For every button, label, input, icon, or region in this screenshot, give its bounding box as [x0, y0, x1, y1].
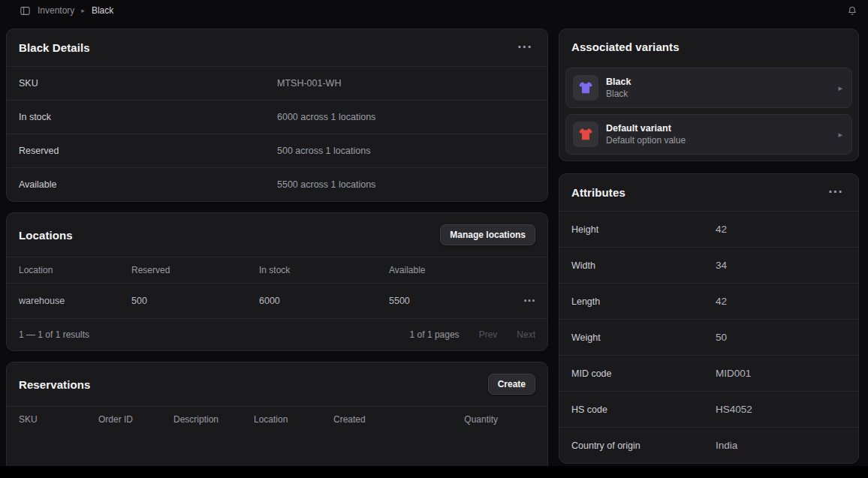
- detail-row-available: Available 5500 across 1 locations: [7, 167, 547, 201]
- variant-thumbnail: [573, 122, 598, 147]
- attribute-value: 42: [716, 296, 846, 307]
- detail-label: Available: [19, 179, 277, 190]
- attribute-value: 42: [716, 224, 846, 235]
- cell-location: warehouse: [19, 296, 131, 306]
- attribute-label: Weight: [571, 332, 716, 343]
- variants-card-header: Associated variants: [559, 29, 858, 65]
- reservations-card: Reservations Create SKU Order ID Descrip…: [6, 362, 548, 474]
- page-indicator: 1 of 1 pages: [410, 329, 460, 340]
- attribute-label: MID code: [571, 368, 716, 379]
- attribute-row-height: Height 42: [559, 211, 858, 247]
- pagination: 1 of 1 pages Prev Next: [410, 329, 535, 340]
- variant-item-default[interactable]: Default variant Default option value ▸: [565, 114, 852, 155]
- attribute-value: 34: [716, 260, 846, 271]
- column-header-location: Location: [254, 414, 333, 425]
- variant-subtitle: Black: [606, 89, 830, 99]
- attribute-label: Height: [571, 224, 716, 235]
- attribute-value: MID001: [716, 368, 846, 379]
- variant-name: Default variant: [606, 123, 830, 134]
- detail-value: 500 across 1 locations: [277, 146, 535, 156]
- column-header-reserved: Reserved: [131, 265, 259, 275]
- locations-title: Locations: [19, 229, 73, 242]
- attribute-row-weight: Weight 50: [559, 319, 858, 355]
- variant-name: Black: [606, 77, 830, 87]
- attribute-label: Length: [571, 296, 716, 307]
- details-card: Black Details ··· SKU MTSH-001-WH In sto…: [6, 29, 548, 202]
- attribute-value: HS4052: [716, 404, 846, 415]
- column-header-available: Available: [389, 265, 502, 275]
- row-actions-icon[interactable]: ···: [502, 295, 535, 307]
- column-header-location: Location: [19, 265, 131, 275]
- attributes-card: Attributes ··· Height 42 Width 34 Length…: [559, 173, 859, 464]
- column-header-order-id: Order ID: [98, 414, 173, 425]
- breadcrumb-item-inventory[interactable]: Inventory: [38, 5, 74, 16]
- variant-meta: Black Black: [606, 77, 830, 99]
- reservations-table-header: SKU Order ID Description Location Create…: [7, 406, 547, 432]
- variant-meta: Default variant Default option value: [606, 123, 830, 146]
- locations-table-header: Location Reserved In stock Available: [7, 257, 547, 283]
- details-card-header: Black Details ···: [7, 29, 547, 66]
- attributes-title: Attributes: [571, 186, 625, 199]
- associated-variants-card: Associated variants Black Black ▸: [559, 29, 859, 161]
- detail-value: MTSH-001-WH: [277, 78, 535, 89]
- top-bar: Inventory ▸ Black: [0, 0, 868, 21]
- attribute-value: India: [716, 440, 846, 451]
- attribute-row-hs-code: HS code HS4052: [559, 391, 858, 427]
- column-header-description: Description: [173, 414, 254, 425]
- locations-card: Locations Manage locations Location Rese…: [6, 212, 548, 351]
- tshirt-icon: [577, 80, 594, 96]
- attribute-label: Width: [571, 260, 716, 271]
- column-header-quantity: Quantity: [416, 414, 498, 425]
- tshirt-icon: [577, 126, 594, 143]
- column-header-sku: SKU: [19, 414, 98, 425]
- cell-in-stock: 6000: [259, 296, 389, 306]
- reservations-card-header: Reservations Create: [7, 362, 547, 406]
- locations-table-footer: 1 — 1 of 1 results 1 of 1 pages Prev Nex…: [7, 318, 547, 350]
- left-column: Black Details ··· SKU MTSH-001-WH In sto…: [6, 29, 548, 474]
- column-header-in-stock: In stock: [259, 265, 389, 275]
- attribute-row-country-of-origin: Country of origin India: [559, 427, 858, 463]
- reservations-title: Reservations: [19, 378, 90, 391]
- next-page-button[interactable]: Next: [517, 329, 535, 340]
- details-menu-icon[interactable]: ···: [514, 41, 535, 55]
- details-title: Black Details: [19, 41, 90, 54]
- results-count: 1 — 1 of 1 results: [19, 329, 89, 340]
- attributes-card-header: Attributes ···: [559, 174, 858, 211]
- variant-list: Black Black ▸ Default variant Default op…: [559, 65, 858, 161]
- detail-label: SKU: [19, 78, 277, 89]
- create-reservation-button[interactable]: Create: [488, 374, 535, 395]
- detail-row-in-stock: In stock 6000 across 1 locations: [7, 100, 547, 134]
- chevron-right-icon: ▸: [838, 83, 842, 93]
- detail-row-sku: SKU MTSH-001-WH: [7, 66, 547, 100]
- attribute-value: 50: [716, 332, 846, 343]
- breadcrumb-item-black[interactable]: Black: [92, 5, 113, 16]
- variant-subtitle: Default option value: [606, 135, 830, 146]
- breadcrumb-separator-icon: ▸: [81, 8, 85, 14]
- attributes-menu-icon[interactable]: ···: [825, 185, 846, 200]
- attribute-label: HS code: [571, 404, 716, 415]
- detail-value: 5500 across 1 locations: [277, 179, 535, 190]
- bottom-strip: [0, 466, 868, 478]
- manage-locations-button[interactable]: Manage locations: [440, 224, 535, 245]
- sidebar-toggle-icon[interactable]: [20, 5, 31, 17]
- right-column: Associated variants Black Black ▸: [559, 29, 859, 464]
- locations-card-header: Locations Manage locations: [7, 213, 547, 257]
- attribute-label: Country of origin: [571, 440, 716, 451]
- prev-page-button[interactable]: Prev: [479, 329, 498, 340]
- column-header-created: Created: [333, 414, 416, 425]
- cell-reserved: 500: [131, 296, 259, 306]
- attribute-row-width: Width 34: [559, 247, 858, 283]
- detail-value: 6000 across 1 locations: [277, 112, 535, 122]
- detail-label: In stock: [19, 112, 277, 122]
- detail-label: Reserved: [19, 146, 277, 156]
- main-content: Black Details ··· SKU MTSH-001-WH In sto…: [0, 21, 868, 474]
- variant-item-black[interactable]: Black Black ▸: [565, 68, 852, 108]
- attribute-row-mid-code: MID code MID001: [559, 355, 858, 391]
- cell-available: 5500: [389, 296, 502, 306]
- variants-title: Associated variants: [571, 41, 680, 53]
- detail-row-reserved: Reserved 500 across 1 locations: [7, 134, 547, 167]
- chevron-right-icon: ▸: [838, 130, 842, 140]
- locations-table-row: warehouse 500 6000 5500 ···: [7, 283, 547, 318]
- attribute-row-length: Length 42: [559, 283, 858, 319]
- notifications-bell-icon[interactable]: [847, 5, 857, 17]
